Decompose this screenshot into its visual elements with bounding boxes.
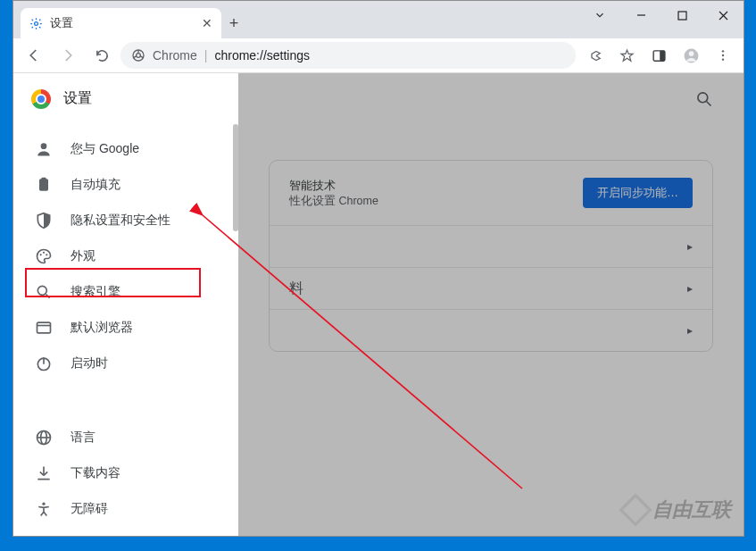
profile-card: 智能技术 性化设置 Chrome 开启同步功能… ▸ 料▸ ▸ <box>269 160 713 352</box>
close-window-button[interactable] <box>702 1 744 29</box>
sidebar-item-accessibility[interactable]: 无障碍 <box>13 491 238 527</box>
svg-point-20 <box>37 286 46 295</box>
address-bar[interactable]: Chrome | chrome://settings <box>120 42 576 69</box>
sidebar-separator <box>13 403 238 404</box>
chevron-right-icon: ▸ <box>687 324 693 337</box>
download-icon <box>35 464 53 482</box>
search-settings-icon[interactable] <box>695 90 713 108</box>
svg-point-0 <box>35 21 38 25</box>
sidebar-item-label: 外观 <box>71 248 96 264</box>
profile-icon[interactable] <box>676 41 706 70</box>
power-icon <box>35 355 53 372</box>
watermark-logo-icon <box>619 494 652 527</box>
tab-close-icon[interactable]: ✕ <box>202 16 212 30</box>
chrome-window: 设置 ✕ + Chrome | chrome://settings <box>12 0 744 537</box>
globe-icon <box>35 429 53 447</box>
svg-rect-22 <box>37 322 51 333</box>
card-row[interactable]: ▸ <box>270 225 712 267</box>
svg-rect-16 <box>42 178 46 180</box>
back-button[interactable] <box>19 41 49 70</box>
sidebar-item-on-startup[interactable]: 启动时 <box>13 346 238 381</box>
svg-point-17 <box>40 254 42 255</box>
svg-point-29 <box>42 503 45 505</box>
chrome-info-icon <box>131 48 145 63</box>
svg-line-13 <box>707 101 711 105</box>
gear-icon <box>29 17 43 30</box>
sidebar-item-language[interactable]: 语言 <box>13 420 238 455</box>
card-header-row: 智能技术 性化设置 Chrome 开启同步功能… <box>270 161 712 225</box>
sidebar-item-label: 启动时 <box>71 355 108 372</box>
tabs-dropdown-icon[interactable] <box>579 1 620 29</box>
sidebar-scroll[interactable]: 您与 Google自动填充隐私设置和安全性外观搜索引擎默认浏览器启动时 语言下载… <box>13 124 238 536</box>
svg-point-14 <box>41 143 47 149</box>
sidebar-item-you-and-google[interactable]: 您与 Google <box>13 131 238 167</box>
toolbar: Chrome | chrome://settings <box>13 38 744 73</box>
chevron-right-icon: ▸ <box>687 240 693 253</box>
bookmark-icon[interactable] <box>611 41 642 70</box>
svg-point-18 <box>43 252 45 254</box>
address-url: chrome://settings <box>214 48 310 63</box>
forward-button[interactable] <box>53 41 83 70</box>
kebab-menu-icon[interactable] <box>708 41 738 70</box>
sidebar-item-privacy-security[interactable]: 隐私设置和安全性 <box>13 203 238 238</box>
sidebar-item-label: 无障碍 <box>71 501 108 517</box>
svg-line-21 <box>46 295 50 298</box>
access-icon <box>35 500 53 518</box>
sidebar-item-label: 您与 Google <box>71 141 139 157</box>
chrome-logo-icon <box>31 89 51 109</box>
sidebar-item-system[interactable]: 系统 <box>13 527 238 536</box>
svg-point-19 <box>46 254 47 255</box>
sidebar-item-label: 语言 <box>71 430 96 446</box>
sidebar-item-label: 下载内容 <box>71 465 120 481</box>
sidebar-header: 设置 <box>13 73 238 124</box>
chevron-right-icon: ▸ <box>687 282 693 295</box>
sidebar-item-appearance[interactable]: 外观 <box>13 238 238 274</box>
settings-panel: 智能技术 性化设置 Chrome 开启同步功能… ▸ 料▸ ▸ <box>238 73 744 536</box>
content-area: 智能技术 性化设置 Chrome 开启同步功能… ▸ 料▸ ▸ 设置 您与 Go… <box>13 73 744 536</box>
svg-rect-15 <box>39 179 48 190</box>
minimize-button[interactable] <box>620 1 661 29</box>
svg-rect-6 <box>660 50 665 60</box>
search-icon <box>35 283 53 301</box>
shield-icon <box>35 212 53 230</box>
svg-point-8 <box>688 51 694 56</box>
enable-sync-button[interactable]: 开启同步功能… <box>583 178 693 208</box>
sidebar-item-autofill[interactable]: 自动填充 <box>13 167 238 203</box>
sidebar-item-label: 默认浏览器 <box>71 320 133 336</box>
tab-title: 设置 <box>50 16 73 31</box>
settings-sidebar: 设置 您与 Google自动填充隐私设置和安全性外观搜索引擎默认浏览器启动时 语… <box>13 73 238 536</box>
reload-button[interactable] <box>87 41 117 70</box>
window-controls <box>579 1 744 29</box>
clipboard-icon <box>35 176 53 194</box>
card-header-line2: 性化设置 Chrome <box>289 194 378 209</box>
svg-point-4 <box>137 54 141 58</box>
sidebar-title: 设置 <box>63 89 92 108</box>
card-row[interactable]: ▸ <box>270 309 712 351</box>
sidebar-item-downloads[interactable]: 下载内容 <box>13 455 238 491</box>
palette-icon <box>35 247 53 265</box>
browser-icon <box>35 319 53 337</box>
maximize-button[interactable] <box>661 1 702 29</box>
side-panel-icon[interactable] <box>644 41 674 70</box>
titlebar: 设置 ✕ + <box>13 1 744 38</box>
sidebar-item-label: 自动填充 <box>71 177 120 193</box>
watermark: 自由互联 <box>624 497 731 523</box>
sidebar-item-label: 搜索引擎 <box>71 284 120 300</box>
card-header-line1: 智能技术 <box>289 179 336 192</box>
new-tab-button[interactable]: + <box>221 8 246 38</box>
svg-rect-2 <box>678 12 686 20</box>
card-row[interactable]: 料▸ <box>270 267 712 309</box>
share-icon[interactable] <box>579 41 610 70</box>
person-icon <box>35 140 53 158</box>
svg-point-9 <box>722 50 724 52</box>
sidebar-item-label: 隐私设置和安全性 <box>71 213 170 229</box>
svg-point-11 <box>722 58 724 60</box>
sidebar-item-default-browser[interactable]: 默认浏览器 <box>13 310 238 346</box>
browser-tab[interactable]: 设置 ✕ <box>21 8 221 38</box>
address-prefix: Chrome <box>153 48 197 63</box>
sidebar-item-search-engine[interactable]: 搜索引擎 <box>13 274 238 310</box>
svg-point-10 <box>722 54 724 56</box>
svg-point-12 <box>698 92 708 102</box>
